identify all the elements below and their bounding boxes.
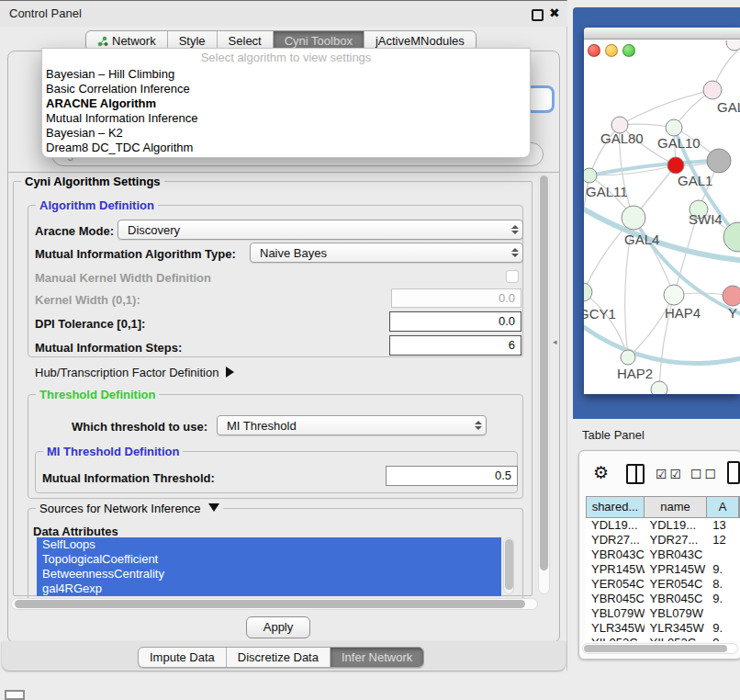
algorithm-option[interactable]: Mutual Information Inference — [42, 111, 530, 126]
network-node-label: GAL1 — [678, 173, 712, 188]
aracne-mode-combobox[interactable]: Discovery — [118, 220, 523, 240]
tab-label: jActiveMNodules — [376, 34, 465, 48]
tab-impute-data[interactable]: Impute Data — [139, 648, 227, 667]
mi-type-label: Mutual Information Algorithm Type: — [35, 247, 236, 261]
algorithm-option[interactable]: Basic Correlation Inference — [42, 82, 530, 96]
spinner-arrows-icon — [508, 225, 522, 234]
tab-label: Style — [179, 34, 206, 48]
apply-button[interactable]: Apply — [246, 616, 310, 638]
settings-horizontal-scrollbar-thumb[interactable] — [15, 600, 525, 608]
algorithm-option[interactable]: Bayesian – Hill Climbing — [42, 67, 530, 82]
network-node[interactable] — [651, 381, 667, 394]
algorithm-option[interactable]: Bayesian – K2 — [42, 126, 530, 141]
collapsed-arrow-icon — [226, 367, 234, 378]
data-attributes-list[interactable]: SelfLoopsTopologicalCoefficientBetweenne… — [37, 537, 501, 596]
settings-group-title: Cyni Algorithm Settings — [21, 175, 164, 188]
algorithm-option[interactable]: ARACNE Algorithm — [42, 96, 530, 111]
network-node-gal10[interactable] — [666, 119, 682, 136]
column-header-1[interactable]: shared... — [587, 497, 645, 517]
table-row[interactable]: YIL052CYIL052C9. — [586, 636, 740, 641]
table-row[interactable]: YDR27...YDR27...12 — [586, 533, 740, 548]
column-header-3[interactable]: A — [707, 497, 739, 517]
table-cell: YBR043C — [586, 548, 645, 562]
table-cell: YDR27... — [645, 533, 708, 548]
which-threshold-combobox[interactable]: MI Threshold — [217, 415, 487, 435]
mi-threshold-field[interactable]: 0.5 — [386, 466, 518, 486]
network-node-hap2[interactable] — [621, 350, 635, 365]
minimize-traffic-light-icon[interactable] — [605, 44, 618, 57]
sources-group-title: Sources for Network Inference — [36, 502, 223, 515]
mi-steps-label: Mutual Information Steps: — [35, 341, 182, 355]
table-cell: 9. — [707, 592, 740, 606]
table-cell: 12 — [707, 533, 740, 548]
table-row[interactable]: YBL079WYBL079W — [586, 606, 740, 621]
aracne-mode-value: Discovery — [118, 223, 508, 237]
network-view-window[interactable]: GALGAL80GAL10GAL1GAL11SWI4GAL4GCY1HAP4YH… — [584, 28, 740, 394]
expanded-arrow-icon[interactable] — [208, 503, 219, 512]
table-header-row: shared...nameA — [586, 496, 740, 518]
algorithm-option[interactable]: Dream8 DC_TDC Algorithm — [42, 141, 530, 155]
table-row[interactable]: YPR145WYPR145W9. — [586, 562, 740, 577]
column-header-2[interactable]: name — [645, 497, 707, 517]
network-graph[interactable]: GALGAL80GAL10GAL1GAL11SWI4GAL4GCY1HAP4YH… — [584, 40, 740, 394]
settings-vertical-scrollbar-thumb[interactable] — [540, 175, 548, 570]
dpi-tolerance-field[interactable]: 0.0 — [389, 311, 521, 332]
zoom-traffic-light-icon[interactable] — [622, 44, 635, 57]
table-row[interactable]: YDL19...YDL19...13 — [586, 518, 740, 533]
network-node-gal4[interactable] — [622, 206, 645, 230]
close-icon[interactable]: ✖ — [549, 6, 560, 20]
panel-splitter-grip[interactable]: ◂ — [553, 337, 557, 346]
kernel-width-field[interactable]: 0.0 — [391, 288, 521, 308]
mi-threshold-label: Mutual Information Threshold: — [42, 471, 215, 485]
data-attribute-item[interactable]: TopologicalCoefficient — [37, 552, 501, 567]
table-row[interactable]: YLR345WYLR345W9. — [586, 621, 740, 636]
network-node-label: GAL10 — [657, 135, 701, 151]
minimized-panel-icon[interactable] — [5, 690, 25, 700]
network-node-y[interactable] — [723, 286, 740, 306]
float-window-icon[interactable] — [532, 9, 544, 21]
mi-type-combobox[interactable]: Naive Bayes — [250, 243, 523, 263]
network-node[interactable] — [707, 149, 731, 173]
network-node-gal[interactable] — [703, 81, 722, 99]
network-node[interactable] — [726, 40, 740, 51]
table-row[interactable]: YER054CYER054C8. — [586, 577, 740, 592]
manual-kernel-checkbox[interactable] — [506, 270, 519, 283]
list-scrollbar-thumb[interactable] — [505, 539, 513, 590]
close-traffic-light-icon[interactable] — [588, 44, 600, 57]
table-cell: YDR27... — [586, 533, 645, 548]
spinner-arrows-icon — [508, 248, 522, 257]
table-row[interactable]: YBR043CYBR043C — [586, 548, 740, 562]
algorithm-definition-title: Algorithm Definition — [36, 198, 158, 212]
network-node-gal11[interactable] — [584, 168, 597, 183]
table-cell: YBL079W — [586, 606, 645, 621]
network-node-label: GAL — [717, 99, 740, 115]
network-node-hap4[interactable] — [664, 285, 684, 305]
network-window-titlebar[interactable] — [584, 28, 740, 40]
network-edge[interactable] — [620, 90, 712, 125]
table-row[interactable]: YBR045CYBR045C9. — [586, 592, 740, 606]
table-cell: YBR045C — [645, 592, 708, 606]
tab-label: Cyni Toolbox — [285, 34, 353, 48]
network-node-gal1[interactable] — [667, 157, 684, 174]
deselect-all-checkboxes-icon[interactable]: ☐☐ — [690, 467, 719, 481]
table-horizontal-scrollbar-thumb[interactable] — [584, 645, 727, 652]
network-node[interactable] — [723, 222, 740, 252]
export-table-icon[interactable] — [727, 461, 740, 484]
hub-definition-toggle[interactable]: Hub/Transcription Factor Definition — [35, 366, 234, 379]
data-attribute-item[interactable]: gal4RGexp — [37, 581, 501, 596]
gear-icon[interactable]: ⚙ — [593, 462, 609, 483]
data-attribute-item[interactable]: BetweennessCentrality — [37, 567, 501, 581]
mi-steps-field[interactable]: 6 — [389, 335, 521, 356]
tab-label: Select — [229, 34, 262, 48]
table-cell: 9. — [707, 636, 740, 641]
tab-infer-network[interactable]: Infer Network — [331, 648, 423, 667]
network-node-label: SWI4 — [689, 211, 723, 227]
which-threshold-value: MI Threshold — [218, 419, 471, 433]
data-attribute-item[interactable]: SelfLoops — [37, 537, 501, 552]
select-all-checkboxes-icon[interactable]: ☑☑ — [656, 467, 684, 481]
network-node-label: HAP4 — [665, 305, 701, 321]
columns-icon[interactable] — [626, 464, 645, 484]
network-node-label: GAL11 — [586, 184, 628, 199]
table-cell: 13 — [707, 518, 740, 533]
tab-discretize-data[interactable]: Discretize Data — [227, 648, 331, 667]
